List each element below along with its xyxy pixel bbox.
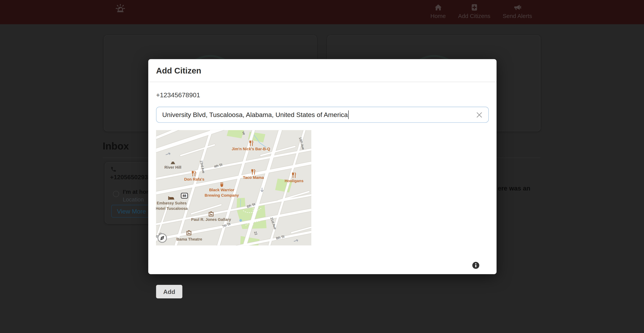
svg-text:Don Rafa's: Don Rafa's [184,177,204,181]
add-button[interactable]: Add [156,285,182,298]
clear-address-icon[interactable] [476,111,482,118]
svg-text:ve: ve [242,131,246,135]
nav-send-alerts-label: Send Alerts [503,13,532,19]
beer-icon [220,183,223,187]
inbox-title: Inbox [103,140,129,152]
svg-text:Hotel Tuscaloosa: Hotel Tuscaloosa [156,206,188,211]
pond [239,219,242,222]
siren-logo-icon[interactable] [114,3,126,14]
svg-text:Bama Theatre: Bama Theatre [176,237,202,241]
svg-text:Jim'n Nick's Bar-B-Q: Jim'n Nick's Bar-B-Q [232,147,270,151]
mountain-icon [171,160,175,164]
im-at-home-radio[interactable] [113,191,119,197]
svg-text:Embassy Suites: Embassy Suites [157,201,187,205]
svg-text:22: 22 [253,231,258,236]
svg-text:88: 88 [183,194,186,198]
add-citizen-modal: Add Citizen +12345678901 University Blvd… [148,59,496,274]
info-icon[interactable] [472,262,479,269]
theatre-icon [187,231,191,235]
gallery-icon [209,212,213,216]
view-more-button[interactable]: View More [111,205,152,218]
modal-body: +12345678901 University Blvd, Tuscaloosa… [148,91,496,245]
screen: Home Add Citizens Send Alerts Inbox [0,0,644,333]
map-preview[interactable]: 88 Jim'n Nick's Bar-B-Q ve 19th Ave Rive… [156,130,311,245]
svg-text:River Hill: River Hill [164,165,181,169]
address-input-value: University Blvd, Tuscaloosa, Alabama, Un… [162,111,348,118]
hotel-icon [168,197,174,200]
nav-send-alerts[interactable]: Send Alerts [503,3,532,19]
route-shield: 88 [181,193,188,198]
megaphone-icon [513,3,522,12]
svg-text:Paul R. Jones Gallary: Paul R. Jones Gallary [191,217,231,222]
main-nav: Home Add Citizens Send Alerts [430,3,532,19]
phone-icon [110,166,117,172]
plus-square-icon [470,3,479,12]
home-icon [434,3,443,12]
text-caret [348,110,349,119]
nav-home-label: Home [430,13,446,19]
address-input[interactable]: University Blvd, Tuscaloosa, Alabama, Un… [156,107,489,123]
svg-text:Brewing Company: Brewing Company [205,193,239,197]
svg-text:Taco Mama: Taco Mama [243,175,264,180]
nav-add-citizens-label: Add Citizens [458,13,490,19]
message-phone-number: +12056502938 [110,174,151,181]
svg-text:Hooligans: Hooligans [285,179,304,183]
compass-control[interactable] [158,234,166,243]
nav-home[interactable]: Home [430,3,446,19]
modal-header: Add Citizen [148,59,496,82]
app-header: Home Add Citizens Send Alerts [0,0,644,24]
restaurant-icon [292,173,296,178]
message-option-sublabel: Location [123,197,144,203]
nav-add-citizens[interactable]: Add Citizens [458,3,490,19]
modal-title: Add Citizen [156,66,201,75]
clipped-message-text: ere was an [498,185,530,192]
map-canvas: 88 Jim'n Nick's Bar-B-Q ve 19th Ave Rive… [156,130,311,245]
svg-text:Black Warrior: Black Warrior [209,188,234,192]
citizen-phone-number: +12345678901 [156,91,489,99]
